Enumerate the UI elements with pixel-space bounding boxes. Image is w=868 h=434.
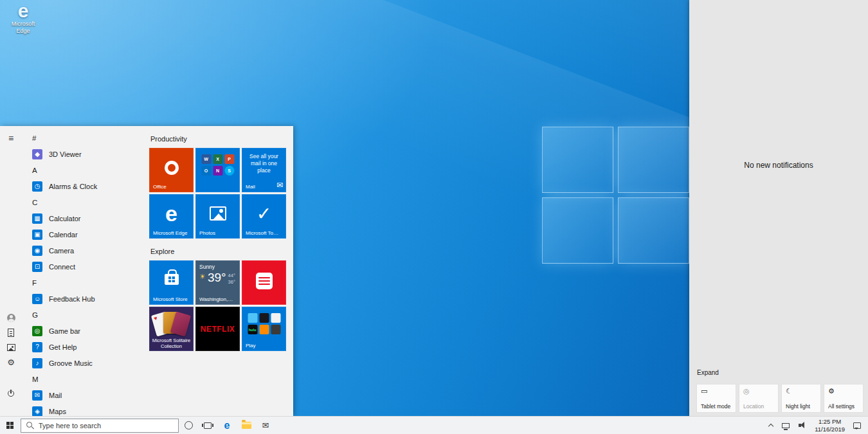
tile-microsoft-store[interactable]: Microsoft Store — [149, 260, 194, 305]
tile-play-folder[interactable]: hulu Play — [242, 307, 286, 351]
start-power-button[interactable] — [0, 386, 22, 401]
app-list-item[interactable]: ⊡ Connect — [31, 258, 148, 275]
action-center-panel: No new notifications Expand ▭ Tablet mod… — [689, 0, 868, 416]
app-list-header[interactable]: # — [31, 130, 148, 146]
tile-microsoft-edge[interactable]: e Microsoft Edge — [149, 194, 194, 239]
mail-icon: ✉ — [262, 420, 269, 430]
quick-action-button[interactable]: ⚙ All settings — [824, 384, 863, 413]
onenote-icon: N — [213, 166, 222, 176]
tile-group-title[interactable]: Explore — [150, 248, 288, 256]
windows-logo-icon — [6, 422, 14, 429]
quick-action-label: All settings — [828, 403, 854, 410]
volume-button[interactable] — [794, 417, 811, 434]
start-pictures-button[interactable] — [0, 339, 22, 355]
weather-temperature: 39° — [208, 271, 226, 285]
network-icon — [782, 423, 790, 428]
mail-tile-message: See all your mail in one place — [246, 153, 282, 174]
quick-action-label: Tablet mode — [701, 403, 730, 410]
app-list-item[interactable]: ✉ Mail — [31, 387, 148, 403]
taskbar-edge-button[interactable]: e — [217, 417, 237, 434]
app-label: A — [32, 167, 37, 174]
app-list-header[interactable]: M — [31, 371, 148, 387]
app-list-item[interactable]: ? Get Help — [31, 339, 148, 355]
app-list-item[interactable]: ♪ Groove Music — [31, 355, 148, 371]
file-explorer-button[interactable] — [237, 417, 256, 434]
taskbar-search-box[interactable] — [21, 419, 179, 433]
logo-pane — [542, 197, 613, 264]
quick-action-button[interactable]: ▭ Tablet mode — [696, 384, 736, 413]
tile-solitaire[interactable]: Microsoft Solitaire Collection — [149, 307, 194, 351]
tile-office[interactable]: Office — [149, 148, 194, 192]
edge-icon: e — [224, 420, 230, 431]
settings-gear-icon: ⚙ — [7, 357, 15, 367]
app-icon: ? — [32, 342, 42, 352]
app-list-item[interactable]: ◷ Alarms & Clock — [31, 178, 148, 194]
app-label: Alarms & Clock — [49, 183, 97, 190]
taskbar-mail-button[interactable]: ✉ — [256, 417, 275, 434]
cortana-button[interactable] — [179, 417, 198, 434]
app-list-header[interactable]: A — [31, 162, 148, 178]
photos-icon — [210, 206, 226, 221]
file-explorer-icon — [242, 422, 251, 429]
logo-pane — [618, 197, 689, 264]
app-list-header[interactable]: F — [31, 275, 148, 291]
tile-photos[interactable]: Photos — [195, 194, 240, 239]
streaming-app-icon — [259, 325, 269, 334]
quick-action-button[interactable]: ☾ Night light — [781, 384, 821, 413]
show-hidden-icons-button[interactable] — [764, 417, 777, 434]
desktop-icon-edge[interactable]: e Microsoft Edge — [3, 1, 44, 35]
weather-low: 36° — [228, 279, 235, 285]
tile-label: Office — [153, 184, 192, 190]
app-list-item[interactable]: ◎ Game bar — [31, 323, 148, 339]
netflix-wordmark: NETFLIX — [201, 325, 235, 334]
word-icon: W — [201, 154, 211, 164]
tile-news[interactable] — [242, 260, 286, 305]
office-icon — [165, 161, 179, 175]
quick-actions-row: ▭ Tablet mode ◎ Location ☾ Night light ⚙… — [696, 384, 863, 413]
quick-action-button[interactable]: ◎ Location — [739, 384, 779, 413]
app-list-item[interactable]: ▦ Calculator — [31, 210, 148, 226]
tile-weather[interactable]: Sunny ☀ 39° 44° 36° Washington,… — [195, 260, 240, 305]
app-list-item[interactable]: ◉ Camera — [31, 242, 148, 258]
tile-microsoft-todo[interactable]: ✓ Microsoft To… — [242, 194, 286, 239]
taskbar-clock[interactable]: 1:25 PM 11/16/2019 — [811, 418, 849, 433]
search-icon — [26, 422, 34, 429]
app-label: Get Help — [49, 343, 77, 351]
search-input[interactable] — [39, 422, 173, 429]
task-view-button[interactable] — [198, 417, 217, 434]
logo-pane — [542, 127, 613, 193]
tile-grid: Office W X P O N S See all your — [149, 148, 288, 239]
app-list-header[interactable]: C — [31, 194, 148, 210]
weather-condition: Sunny — [199, 264, 215, 270]
start-menu-expand-button[interactable]: ≡ — [0, 131, 22, 146]
app-label: Game bar — [49, 327, 80, 335]
start-button[interactable] — [0, 417, 19, 434]
expand-toggle[interactable]: Expand — [697, 369, 719, 376]
folder-tile-icons: hulu — [248, 313, 280, 334]
start-settings-button[interactable]: ⚙ — [0, 354, 22, 370]
quick-action-icon: ◎ — [743, 387, 750, 395]
quick-action-icon: ☾ — [786, 387, 792, 395]
start-documents-button[interactable] — [0, 325, 22, 340]
tile-group-title[interactable]: Productivity — [150, 135, 288, 143]
start-tiles-area: Productivity Office W X P O N S — [148, 126, 293, 416]
power-icon — [7, 390, 15, 397]
app-list-item[interactable]: ▣ Calendar — [31, 226, 148, 242]
start-user-button[interactable] — [0, 310, 22, 325]
app-icon: ✉ — [32, 390, 42, 401]
tile-office-apps-folder[interactable]: W X P O N S — [195, 148, 240, 192]
app-list-item[interactable]: ☺ Feedback Hub — [31, 291, 148, 307]
app-list-item[interactable]: ◆ 3D Viewer — [31, 146, 148, 162]
tile-label: Mail — [246, 184, 284, 190]
edge-icon: e — [165, 203, 177, 224]
tray-time: 1:25 PM — [818, 418, 841, 426]
app-label: M — [32, 375, 39, 383]
app-label: Groove Music — [49, 359, 93, 367]
app-list-item[interactable]: ◈ Maps — [31, 403, 148, 416]
action-center-button[interactable] — [849, 417, 865, 434]
excel-icon: X — [213, 154, 222, 164]
app-list-header[interactable]: G — [31, 307, 148, 323]
tile-netflix[interactable]: NETFLIX — [195, 307, 240, 351]
tile-mail[interactable]: See all your mail in one place ✉ Mail — [242, 148, 286, 192]
network-button[interactable] — [777, 417, 794, 434]
